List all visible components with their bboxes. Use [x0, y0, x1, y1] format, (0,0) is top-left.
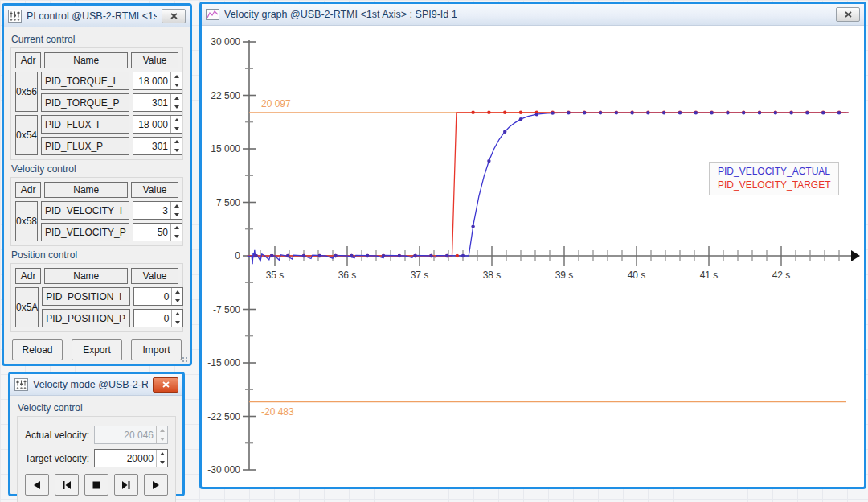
- spin-down-button[interactable]: [171, 232, 182, 241]
- svg-text:39 s: 39 s: [555, 270, 574, 281]
- param-group-0x58: 0x58 PID_VELOCITY_I 3 PID_VELOCITY_P 50: [15, 201, 178, 241]
- close-icon: [845, 11, 852, 18]
- rotate-left-button[interactable]: [25, 474, 49, 496]
- pid-velocity-i-spinbox[interactable]: 3: [133, 201, 182, 220]
- svg-text:-7 500: -7 500: [213, 304, 240, 315]
- plot-area: 30 00022 50015 0007 5000-7 500-15 000-22…: [202, 26, 864, 485]
- pi-control-titlebar[interactable]: PI control @USB-2-RTMI <1st A...: [4, 6, 190, 27]
- actual-velocity-value: 20 046: [95, 426, 156, 443]
- spin-up-button[interactable]: [172, 310, 182, 319]
- param-row-pid-position-i: PID_POSITION_I 0: [42, 287, 183, 306]
- velocity-graph-titlebar[interactable]: Velocity graph @USB-2-RTMI <1st Axis> : …: [202, 4, 864, 26]
- stop-button[interactable]: [84, 474, 108, 496]
- spin-down-button[interactable]: [157, 459, 167, 467]
- spin-up-button[interactable]: [171, 138, 182, 146]
- svg-text:41 s: 41 s: [700, 270, 719, 281]
- spin-down-button[interactable]: [172, 319, 182, 327]
- current-control-box: Adr Name Value 0x56 PID_TORQUE_I 18 000 …: [10, 47, 183, 160]
- pid-torque-i-spinbox[interactable]: 18 000: [133, 72, 182, 90]
- param-group-0x56: 0x56 PID_TORQUE_I 18 000 PID_TORQUE_P 30…: [15, 72, 178, 112]
- velocity-graph-window: Velocity graph @USB-2-RTMI <1st Axis> : …: [199, 2, 866, 489]
- velocity-graph-title: Velocity graph @USB-2-RTMI <1st Axis> : …: [224, 9, 831, 20]
- skip-to-end-button[interactable]: [114, 474, 138, 496]
- param-group-0x54: 0x54 PID_FLUX_I 18 000 PID_FLUX_P 301: [15, 115, 178, 155]
- pi-control-close-button[interactable]: [162, 9, 186, 23]
- pi-control-window: PI control @USB-2-RTMI <1st A... Current…: [2, 3, 192, 366]
- rotate-right-button[interactable]: [144, 474, 168, 496]
- param-row-pid-torque-i: PID_TORQUE_I 18 000: [41, 72, 182, 90]
- pid-flux-p-spinbox[interactable]: 301: [133, 137, 182, 155]
- velocity-mode-close-button[interactable]: [153, 377, 178, 393]
- pid-velocity-p-spinbox[interactable]: 50: [133, 223, 182, 241]
- spin-up-button[interactable]: [171, 94, 182, 103]
- velocity-mode-titlebar[interactable]: Velocity mode @USB-2-RT...: [10, 374, 182, 396]
- param-value[interactable]: 0: [134, 310, 171, 327]
- column-header-adr: Adr: [15, 52, 41, 68]
- spin-up-button[interactable]: [171, 116, 182, 125]
- param-name: PID_FLUX_P: [41, 137, 129, 155]
- column-header-adr: Adr: [15, 268, 41, 284]
- reload-button[interactable]: Reload: [12, 339, 63, 360]
- svg-text:35 s: 35 s: [266, 270, 285, 281]
- spin-down-button[interactable]: [171, 125, 182, 134]
- adr-cell: 0x5A: [15, 287, 39, 327]
- skip-to-start-icon: [61, 480, 72, 490]
- spin-down-button: [157, 435, 167, 444]
- velocity-mode-title: Velocity mode @USB-2-RT...: [33, 379, 148, 390]
- svg-text:22 500: 22 500: [211, 90, 240, 101]
- spin-down-button[interactable]: [171, 103, 182, 112]
- export-button[interactable]: Export: [72, 339, 122, 360]
- pid-position-p-spinbox[interactable]: 0: [133, 309, 183, 327]
- close-icon: [170, 13, 178, 19]
- param-value[interactable]: 301: [133, 94, 170, 111]
- legend-item-actual: PID_VELOCITY_ACTUAL: [718, 165, 830, 179]
- param-name: PID_VELOCITY_P: [41, 223, 129, 241]
- line-chart-icon: [206, 8, 219, 21]
- svg-text:-20 483: -20 483: [261, 406, 294, 418]
- spin-up-button: [157, 426, 167, 435]
- spin-up-button[interactable]: [171, 224, 182, 232]
- param-value[interactable]: 3: [133, 202, 170, 219]
- param-name: PID_VELOCITY_I: [41, 201, 129, 220]
- svg-text:15 000: 15 000: [211, 143, 240, 154]
- pid-flux-i-spinbox[interactable]: 18 000: [133, 115, 182, 134]
- svg-text:38 s: 38 s: [483, 270, 502, 281]
- pid-torque-p-spinbox[interactable]: 301: [133, 93, 182, 112]
- svg-text:0: 0: [235, 250, 240, 261]
- param-value[interactable]: 18 000: [133, 72, 170, 89]
- velocity-mode-window: Velocity mode @USB-2-RT... Velocity cont…: [8, 372, 185, 496]
- param-value[interactable]: 301: [133, 138, 170, 154]
- spin-down-button[interactable]: [171, 81, 182, 90]
- svg-text:-15 000: -15 000: [207, 357, 240, 368]
- svg-text:-30 000: -30 000: [207, 464, 240, 475]
- target-velocity-value[interactable]: 20000: [95, 450, 156, 467]
- skip-to-start-button[interactable]: [55, 474, 79, 496]
- column-header-name: Name: [44, 52, 128, 68]
- spin-up-button[interactable]: [171, 72, 182, 81]
- spin-down-button[interactable]: [172, 297, 182, 306]
- rotate-right-icon: [150, 480, 162, 490]
- pid-position-i-spinbox[interactable]: 0: [133, 287, 183, 306]
- section-label-velocity-control: Velocity control: [11, 163, 183, 175]
- param-name: PID_TORQUE_P: [41, 93, 129, 112]
- spin-down-button[interactable]: [171, 146, 182, 155]
- adr-cell: 0x58: [15, 201, 38, 241]
- spin-down-button[interactable]: [171, 211, 182, 220]
- param-value[interactable]: 18 000: [133, 116, 170, 133]
- spin-up-button[interactable]: [157, 450, 167, 459]
- spin-up-button[interactable]: [171, 202, 182, 211]
- resize-grip[interactable]: [182, 356, 188, 363]
- column-header-value: Value: [131, 182, 178, 198]
- velocity-control-group-label: Velocity control: [18, 402, 176, 414]
- legend: PID_VELOCITY_ACTUAL PID_VELOCITY_TARGET: [709, 162, 839, 195]
- velocity-graph-close-button[interactable]: [836, 7, 860, 22]
- target-velocity-spinbox[interactable]: 20000: [94, 449, 168, 467]
- marker-line: -20 483: [249, 402, 846, 418]
- spin-up-button[interactable]: [172, 288, 182, 297]
- param-value[interactable]: 0: [134, 288, 171, 305]
- param-name: PID_POSITION_I: [42, 287, 130, 306]
- pi-control-title: PI control @USB-2-RTMI <1st A...: [27, 10, 157, 22]
- param-value[interactable]: 50: [133, 224, 170, 241]
- svg-text:20 097: 20 097: [261, 98, 291, 109]
- import-button[interactable]: Import: [131, 339, 182, 360]
